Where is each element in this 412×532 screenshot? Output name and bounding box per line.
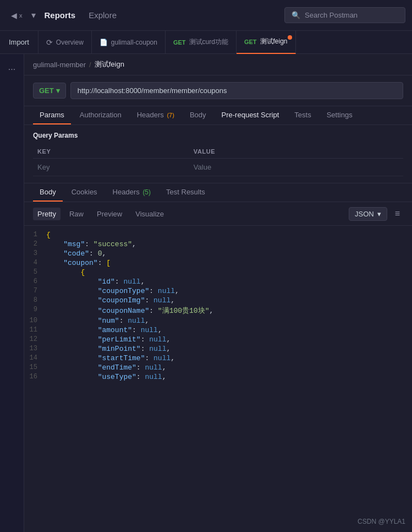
sidebar: ···	[0, 54, 24, 532]
code-line-3: 3 "code": 0,	[24, 249, 412, 258]
code-line-5: 5 {	[24, 268, 412, 277]
method-selector[interactable]: GET ▾	[33, 83, 66, 99]
query-params-title: Query Params	[33, 132, 403, 139]
key-cell[interactable]: Key	[33, 159, 189, 176]
request-tabs: Params Authorization Headers (7) Body Pr…	[24, 106, 412, 125]
url-bar: GET ▾	[24, 75, 412, 106]
breadcrumb-current: 测试feign	[95, 59, 124, 69]
tab-curd[interactable]: GET 测试curd功能	[166, 31, 237, 54]
params-table: KEY VALUE Key Value	[33, 145, 403, 176]
value-column-header: VALUE	[189, 145, 403, 159]
tab-bar: Import ⟳ Overview 📄 gulimall-coupon GET …	[0, 31, 412, 54]
top-nav: ◀ x ▾ Reports Explore 🔍 Search Postman	[0, 0, 412, 31]
search-icon: 🔍	[292, 11, 300, 19]
req-tab-tests[interactable]: Tests	[288, 106, 317, 124]
res-tab-headers[interactable]: Headers (5)	[106, 183, 157, 202]
response-section: Body Cookies Headers (5) Test Results Pr…	[24, 183, 412, 532]
url-input[interactable]	[70, 82, 403, 99]
code-line-15: 15 "endTime": null,	[24, 363, 412, 372]
back-label: x	[19, 12, 23, 19]
req-tab-body[interactable]: Body	[183, 106, 213, 124]
req-tab-params-label: Params	[40, 111, 64, 119]
code-line-6: 6 "id": null,	[24, 277, 412, 286]
table-row: Key Value	[33, 159, 403, 176]
tab-overview[interactable]: ⟳ Overview	[39, 31, 92, 54]
format-chevron-icon: ▾	[377, 210, 381, 218]
code-line-11: 11 "amount": null,	[24, 325, 412, 335]
tab-feign[interactable]: GET 测试feign	[237, 31, 296, 54]
tab-coupon-label: gulimall-coupon	[111, 39, 157, 46]
req-tab-params[interactable]: Params	[33, 106, 71, 124]
response-tabs: Body Cookies Headers (5) Test Results	[24, 183, 412, 202]
view-raw-button[interactable]: Raw	[65, 208, 88, 220]
tab-coupon[interactable]: 📄 gulimall-coupon	[92, 31, 166, 54]
breadcrumb-parent[interactable]: gulimall-member	[33, 61, 86, 69]
search-placeholder: Search Postman	[305, 11, 358, 19]
value-cell[interactable]: Value	[189, 159, 403, 176]
res-tab-test-results-label: Test Results	[166, 188, 205, 196]
method-label: GET	[39, 86, 54, 95]
overview-icon: ⟳	[46, 38, 53, 47]
code-line-4: 4 "coupon": [	[24, 258, 412, 268]
explore-nav[interactable]: Explore	[84, 8, 121, 22]
res-headers-badge: (5)	[142, 188, 151, 196]
code-line-1: 1 {	[24, 230, 412, 240]
req-tab-prerequest-label: Pre-request Script	[222, 111, 279, 119]
workspace: ··· gulimall-member / 测试feign GET ▾ Para…	[0, 54, 412, 532]
breadcrumb-separator: /	[89, 61, 91, 69]
wrap-button[interactable]: ≡	[392, 207, 403, 221]
nav-back-button[interactable]: ◀ x	[7, 9, 27, 22]
req-tab-auth[interactable]: Authorization	[73, 106, 128, 124]
code-line-7: 7 "couponType": null,	[24, 286, 412, 296]
res-tab-cookies-label: Cookies	[72, 188, 97, 196]
req-tab-prerequest[interactable]: Pre-request Script	[215, 106, 286, 124]
tab-feign-method: GET	[244, 39, 257, 45]
nav-dropdown-icon: ▾	[31, 10, 36, 20]
tab-curd-label: 测试curd功能	[189, 37, 228, 47]
res-tab-headers-label: Headers	[113, 188, 140, 196]
res-tab-body[interactable]: Body	[33, 183, 63, 202]
req-tab-headers-label: Headers	[137, 111, 164, 119]
view-preview-button[interactable]: Preview	[92, 208, 127, 220]
reports-nav[interactable]: Reports	[40, 8, 80, 22]
code-line-8: 8 "couponImg": null,	[24, 296, 412, 305]
code-line-14: 14 "startTime": null,	[24, 354, 412, 363]
headers-badge: (7)	[167, 112, 174, 118]
tab-overview-label: Overview	[56, 39, 84, 46]
wrap-icon: ≡	[395, 209, 400, 218]
watermark: CSDN @YYLA1	[358, 518, 405, 525]
req-tab-body-label: Body	[190, 111, 206, 119]
back-arrow-icon: ◀	[11, 11, 17, 20]
format-selector[interactable]: JSON ▾	[349, 207, 387, 221]
code-toolbar: Pretty Raw Preview Visualize JSON ▾ ≡	[24, 202, 412, 226]
code-line-10: 10 "num": null,	[24, 316, 412, 325]
res-tab-cookies[interactable]: Cookies	[65, 183, 104, 202]
tab-feign-dot	[288, 35, 292, 40]
code-line-9: 9 "couponName": "满100贵10块",	[24, 305, 412, 316]
import-button[interactable]: Import	[0, 31, 39, 54]
res-tab-body-label: Body	[40, 188, 56, 196]
search-bar[interactable]: 🔍 Search Postman	[284, 7, 405, 23]
breadcrumb: gulimall-member / 测试feign	[24, 54, 412, 75]
view-pretty-button[interactable]: Pretty	[33, 208, 61, 220]
key-column-header: KEY	[33, 145, 189, 159]
code-line-16: 16 "useType": null,	[24, 372, 412, 382]
res-tab-test-results[interactable]: Test Results	[160, 183, 212, 202]
json-display: 1 { 2 "msg": "success", 3 "code": 0, 4 "…	[24, 226, 412, 532]
format-label: JSON	[355, 210, 374, 218]
main-content: gulimall-member / 测试feign GET ▾ Params A…	[24, 54, 412, 532]
req-tab-auth-label: Authorization	[80, 111, 122, 119]
query-params-section: Query Params KEY VALUE Key Value	[24, 125, 412, 183]
req-tab-settings-label: Settings	[327, 111, 353, 119]
view-visualize-button[interactable]: Visualize	[131, 208, 168, 220]
req-tab-settings[interactable]: Settings	[320, 106, 359, 124]
tab-feign-label: 测试feign	[260, 37, 288, 46]
code-line-12: 12 "perLimit": null,	[24, 335, 412, 344]
code-line-2: 2 "msg": "success",	[24, 240, 412, 249]
sidebar-dots-button[interactable]: ···	[3, 61, 21, 78]
file-icon: 📄	[100, 39, 108, 46]
method-chevron-icon: ▾	[56, 86, 60, 95]
req-tab-headers[interactable]: Headers (7)	[130, 106, 181, 124]
tab-curd-method: GET	[173, 39, 186, 46]
code-line-13: 13 "minPoint": null,	[24, 344, 412, 354]
